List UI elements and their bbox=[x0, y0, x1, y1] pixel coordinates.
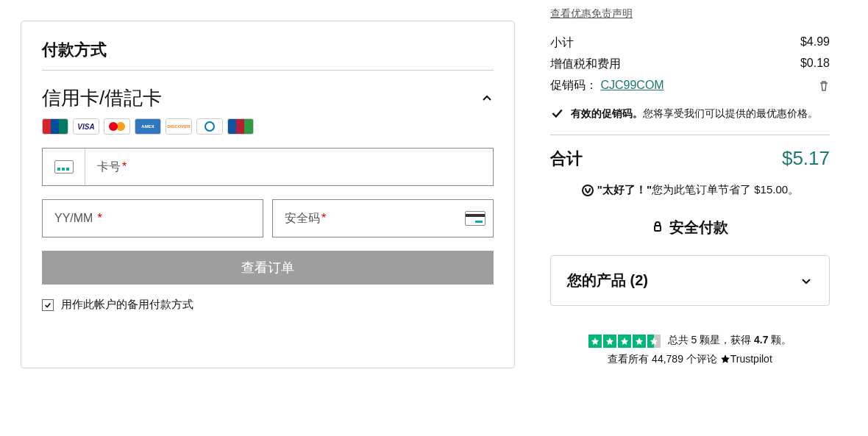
lock-icon bbox=[652, 219, 664, 236]
svg-rect-1 bbox=[655, 226, 661, 231]
promo-valid-prefix: 有效的促销码。 bbox=[571, 107, 643, 119]
tax-label: 增值税和费用 bbox=[550, 57, 621, 72]
trustpilot-logo-icon bbox=[720, 350, 730, 368]
divider bbox=[550, 135, 830, 135]
diners-icon bbox=[196, 118, 223, 135]
chevron-down-icon bbox=[800, 274, 813, 287]
subtotal-label: 小计 bbox=[550, 35, 574, 51]
visa-icon: VISA bbox=[73, 118, 99, 135]
star-icon bbox=[618, 335, 631, 348]
check-icon bbox=[550, 107, 563, 120]
total-row: 合计 $5.17 bbox=[550, 147, 830, 170]
tax-row: 增值税和费用 $0.18 bbox=[550, 54, 830, 75]
tp-summary-suffix: 颗。 bbox=[768, 334, 791, 346]
subtotal-value: $4.99 bbox=[800, 35, 830, 51]
promo-valid-message: 有效的促销码。您将享受我们可以提供的最优惠价格。 bbox=[550, 105, 830, 121]
card-section-title: 信用卡/借記卡 bbox=[42, 85, 162, 111]
backup-payment-row: 用作此帐户的备用付款方式 bbox=[42, 298, 494, 312]
savings-message: "太好了！"您为此笔订单节省了 $15.00。 bbox=[550, 183, 830, 197]
star-icon bbox=[633, 335, 646, 348]
cvv-field[interactable]: 安全码* bbox=[272, 199, 494, 237]
payment-panel: 付款方式 信用卡/借記卡 VISA AMEX DISCOVER 卡号* bbox=[21, 21, 515, 368]
trustpilot-widget[interactable]: 总共 5 颗星，获得 4.7 颗。 查看所有 44,789 个评论 Trustp… bbox=[550, 331, 830, 368]
tp-summary-text: 总共 5 颗星，获得 bbox=[668, 334, 754, 346]
card-logos: VISA AMEX DISCOVER bbox=[42, 118, 494, 135]
backup-label: 用作此帐户的备用付款方式 bbox=[61, 298, 193, 312]
card-number-field[interactable]: 卡号* bbox=[42, 148, 494, 186]
secure-payment-row: 安全付款 bbox=[550, 218, 830, 237]
amex-icon: AMEX bbox=[135, 118, 161, 135]
cvv-label: 安全码 bbox=[285, 211, 320, 226]
jcb-icon bbox=[227, 118, 254, 135]
tp-brand: Trustpilot bbox=[730, 353, 772, 365]
chevron-up-icon[interactable] bbox=[480, 92, 494, 105]
card-icon bbox=[43, 149, 85, 185]
products-accordion[interactable]: 您的产品 (2) bbox=[550, 255, 830, 306]
expiry-field[interactable]: YY/MM * bbox=[42, 199, 263, 237]
tp-reviews-prefix: 查看所有 bbox=[608, 353, 652, 365]
subtotal-row: 小计 $4.99 bbox=[550, 32, 830, 54]
star-icon bbox=[588, 335, 602, 348]
products-title: 您的产品 (2) bbox=[567, 271, 648, 290]
tp-reviews-suffix: 个评论 bbox=[683, 353, 717, 365]
divider bbox=[42, 70, 494, 71]
mastercard-icon bbox=[104, 118, 130, 135]
review-order-button[interactable]: 查看订单 bbox=[42, 251, 494, 285]
secure-label: 安全付款 bbox=[669, 218, 728, 237]
svg-point-0 bbox=[583, 185, 593, 196]
celebrate-icon bbox=[581, 184, 594, 197]
star-half-icon bbox=[647, 335, 661, 348]
trustpilot-stars bbox=[588, 335, 661, 348]
cvv-icon bbox=[465, 211, 485, 226]
discover-icon: DISCOVER bbox=[166, 118, 192, 135]
unionpay-icon bbox=[42, 118, 68, 135]
promo-code-link[interactable]: CJC99COM bbox=[600, 79, 664, 91]
promo-valid-rest: 您将享受我们可以提供的最优惠价格。 bbox=[643, 107, 818, 119]
disclosure-link[interactable]: 查看优惠免责声明 bbox=[550, 7, 830, 21]
savings-rest: 您为此笔订单节省了 $15.00。 bbox=[652, 183, 799, 196]
total-amount: $5.17 bbox=[782, 147, 830, 170]
tp-reviews-count: 44,789 bbox=[652, 353, 683, 365]
payment-title: 付款方式 bbox=[42, 39, 494, 61]
savings-prefix: "太好了！" bbox=[597, 183, 652, 196]
trash-icon[interactable] bbox=[818, 80, 830, 92]
card-section-header[interactable]: 信用卡/借記卡 bbox=[42, 85, 494, 111]
promo-label: 促销码： bbox=[550, 79, 597, 91]
tp-rating: 4.7 bbox=[754, 334, 768, 346]
backup-checkbox[interactable] bbox=[42, 299, 54, 311]
expiry-placeholder: YY/MM bbox=[54, 212, 93, 225]
order-summary: 查看优惠免责声明 小计 $4.99 增值税和费用 $0.18 促销码： CJC9… bbox=[550, 0, 830, 368]
card-number-label: 卡号 bbox=[97, 160, 121, 175]
promo-row: 促销码： CJC99COM bbox=[550, 75, 830, 96]
tax-value: $0.18 bbox=[800, 57, 830, 72]
star-icon bbox=[603, 335, 616, 348]
total-label: 合计 bbox=[550, 148, 583, 170]
